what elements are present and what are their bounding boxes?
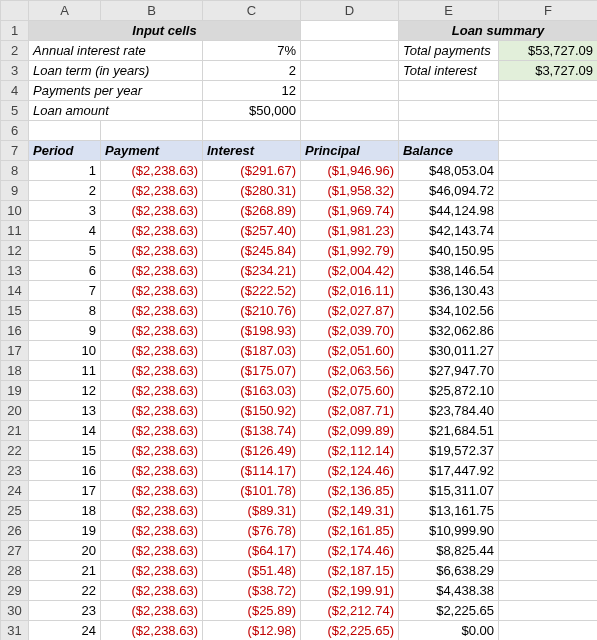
row-header[interactable]: 25 [1, 501, 29, 521]
row-header[interactable]: 12 [1, 241, 29, 261]
cell[interactable] [499, 601, 598, 621]
term-value[interactable]: 2 [203, 61, 301, 81]
row-header[interactable]: 21 [1, 421, 29, 441]
balance-header[interactable]: Balance [399, 141, 499, 161]
interest-cell[interactable]: ($114.17) [203, 461, 301, 481]
ppy-label[interactable]: Payments per year [29, 81, 203, 101]
input-cells-header[interactable]: Input cells [29, 21, 301, 41]
row-header[interactable]: 5 [1, 101, 29, 121]
principal-cell[interactable]: ($2,027.87) [301, 301, 399, 321]
principal-cell[interactable]: ($2,004.42) [301, 261, 399, 281]
principal-cell[interactable]: ($2,149.31) [301, 501, 399, 521]
balance-cell[interactable]: $27,947.70 [399, 361, 499, 381]
balance-cell[interactable]: $17,447.92 [399, 461, 499, 481]
balance-cell[interactable]: $34,102.56 [399, 301, 499, 321]
cell[interactable] [301, 41, 399, 61]
payment-cell[interactable]: ($2,238.63) [101, 521, 203, 541]
principal-cell[interactable]: ($2,087.71) [301, 401, 399, 421]
row-header[interactable]: 9 [1, 181, 29, 201]
balance-cell[interactable]: $40,150.95 [399, 241, 499, 261]
ppy-value[interactable]: 12 [203, 81, 301, 101]
period-cell[interactable]: 13 [29, 401, 101, 421]
balance-cell[interactable]: $42,143.74 [399, 221, 499, 241]
balance-cell[interactable]: $10,999.90 [399, 521, 499, 541]
balance-cell[interactable]: $38,146.54 [399, 261, 499, 281]
cell[interactable] [499, 441, 598, 461]
row-header[interactable]: 14 [1, 281, 29, 301]
row-header[interactable]: 6 [1, 121, 29, 141]
cell[interactable] [499, 341, 598, 361]
payment-cell[interactable]: ($2,238.63) [101, 401, 203, 421]
payment-cell[interactable]: ($2,238.63) [101, 181, 203, 201]
principal-cell[interactable]: ($1,992.79) [301, 241, 399, 261]
cell[interactable] [499, 421, 598, 441]
row-header[interactable]: 4 [1, 81, 29, 101]
total-payments-label[interactable]: Total payments [399, 41, 499, 61]
loan-summary-header[interactable]: Loan summary [399, 21, 598, 41]
period-cell[interactable]: 6 [29, 261, 101, 281]
payment-cell[interactable]: ($2,238.63) [101, 321, 203, 341]
period-cell[interactable]: 8 [29, 301, 101, 321]
cell[interactable] [399, 81, 499, 101]
period-cell[interactable]: 7 [29, 281, 101, 301]
row-header[interactable]: 7 [1, 141, 29, 161]
cell[interactable] [301, 61, 399, 81]
principal-cell[interactable]: ($2,063.56) [301, 361, 399, 381]
interest-cell[interactable]: ($64.17) [203, 541, 301, 561]
row-header[interactable]: 3 [1, 61, 29, 81]
cell[interactable] [499, 361, 598, 381]
principal-header[interactable]: Principal [301, 141, 399, 161]
interest-cell[interactable]: ($163.03) [203, 381, 301, 401]
balance-cell[interactable]: $44,124.98 [399, 201, 499, 221]
row-header[interactable]: 23 [1, 461, 29, 481]
principal-cell[interactable]: ($2,136.85) [301, 481, 399, 501]
principal-cell[interactable]: ($2,187.15) [301, 561, 399, 581]
period-cell[interactable]: 12 [29, 381, 101, 401]
row-header[interactable]: 26 [1, 521, 29, 541]
row-header[interactable]: 8 [1, 161, 29, 181]
total-interest-value[interactable]: $3,727.09 [499, 61, 598, 81]
principal-cell[interactable]: ($1,946.96) [301, 161, 399, 181]
row-header[interactable]: 28 [1, 561, 29, 581]
period-cell[interactable]: 24 [29, 621, 101, 641]
principal-cell[interactable]: ($2,051.60) [301, 341, 399, 361]
payment-header[interactable]: Payment [101, 141, 203, 161]
cell[interactable] [101, 121, 203, 141]
col-header-F[interactable]: F [499, 1, 598, 21]
corner-cell[interactable] [1, 1, 29, 21]
row-header[interactable]: 24 [1, 481, 29, 501]
balance-cell[interactable]: $32,062.86 [399, 321, 499, 341]
interest-cell[interactable]: ($198.93) [203, 321, 301, 341]
row-header[interactable]: 17 [1, 341, 29, 361]
row-header[interactable]: 20 [1, 401, 29, 421]
cell[interactable] [301, 81, 399, 101]
interest-cell[interactable]: ($291.67) [203, 161, 301, 181]
period-cell[interactable]: 23 [29, 601, 101, 621]
col-header-D[interactable]: D [301, 1, 399, 21]
payment-cell[interactable]: ($2,238.63) [101, 381, 203, 401]
interest-cell[interactable]: ($150.92) [203, 401, 301, 421]
principal-cell[interactable]: ($1,958.32) [301, 181, 399, 201]
row-header[interactable]: 2 [1, 41, 29, 61]
cell[interactable] [399, 101, 499, 121]
period-cell[interactable]: 1 [29, 161, 101, 181]
col-header-A[interactable]: A [29, 1, 101, 21]
period-cell[interactable]: 16 [29, 461, 101, 481]
payment-cell[interactable]: ($2,238.63) [101, 421, 203, 441]
principal-cell[interactable]: ($2,099.89) [301, 421, 399, 441]
cell[interactable] [499, 221, 598, 241]
interest-cell[interactable]: ($175.07) [203, 361, 301, 381]
cell[interactable] [499, 281, 598, 301]
payment-cell[interactable]: ($2,238.63) [101, 241, 203, 261]
principal-cell[interactable]: ($2,075.60) [301, 381, 399, 401]
amount-value[interactable]: $50,000 [203, 101, 301, 121]
cell[interactable] [499, 321, 598, 341]
balance-cell[interactable]: $8,825.44 [399, 541, 499, 561]
cell[interactable] [499, 141, 598, 161]
cell[interactable] [499, 181, 598, 201]
balance-cell[interactable]: $48,053.04 [399, 161, 499, 181]
interest-cell[interactable]: ($257.40) [203, 221, 301, 241]
row-header[interactable]: 13 [1, 261, 29, 281]
payment-cell[interactable]: ($2,238.63) [101, 581, 203, 601]
balance-cell[interactable]: $23,784.40 [399, 401, 499, 421]
